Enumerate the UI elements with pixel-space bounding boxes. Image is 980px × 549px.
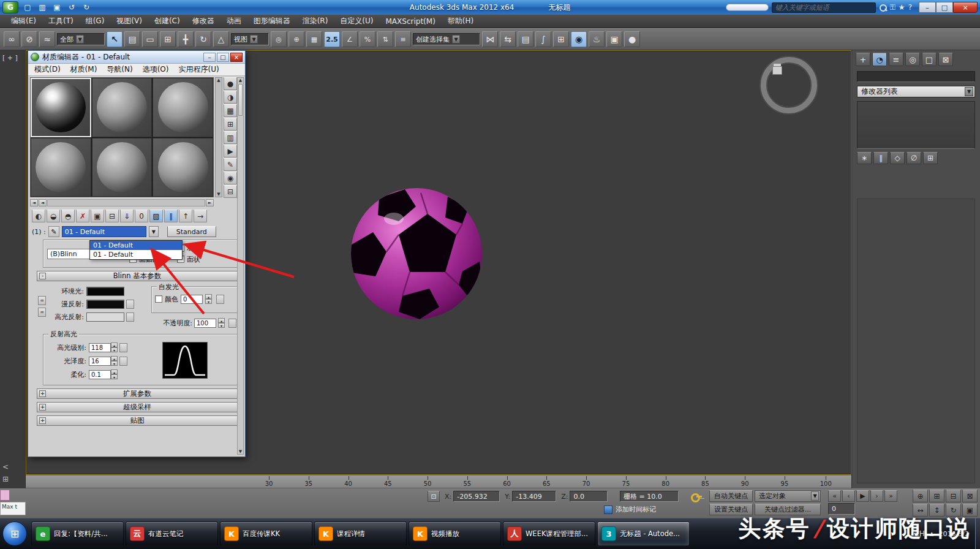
sample-vertical-scrollbar[interactable]: ▲ ▼ bbox=[215, 77, 222, 197]
selection-lock-toggle[interactable]: ⊡ bbox=[428, 491, 440, 502]
menu-item[interactable]: 自定义(U) bbox=[334, 15, 379, 28]
material-name-combo[interactable]: 01 - Default bbox=[62, 226, 146, 237]
open-file-icon[interactable]: ▥ bbox=[36, 2, 49, 13]
dropdown-option[interactable]: 01 - Default bbox=[90, 241, 182, 250]
material-editor-icon[interactable]: ◉ bbox=[571, 31, 587, 47]
specular-level-value[interactable]: 118 bbox=[89, 343, 111, 352]
spin-down-icon[interactable]: ▾ bbox=[111, 347, 118, 352]
menu-item[interactable]: MAXScript(M) bbox=[380, 16, 442, 27]
named-selection-sets-combo[interactable]: 创建选择集 ▼ bbox=[413, 33, 480, 45]
backlight-icon[interactable]: ◑ bbox=[224, 91, 237, 104]
application-menu-button[interactable]: G bbox=[2, 1, 18, 13]
configure-modifier-sets-icon[interactable]: ⊞ bbox=[923, 152, 938, 164]
tab-create[interactable]: + bbox=[856, 53, 870, 66]
spin-down-icon[interactable]: ▾ bbox=[205, 299, 212, 304]
options-icon[interactable]: ✎ bbox=[224, 158, 237, 171]
rollout-bar[interactable]: + 贴图 bbox=[37, 415, 238, 426]
self-illumination-value[interactable]: 0 bbox=[181, 295, 203, 304]
add-time-tag[interactable]: 添加时间标记 bbox=[604, 505, 656, 514]
rollout-bar[interactable]: + 超级采样 bbox=[37, 402, 238, 412]
playback-button[interactable]: « bbox=[828, 490, 841, 502]
self-illumination-map-button[interactable] bbox=[216, 295, 224, 304]
menu-item[interactable]: 帮助(H) bbox=[442, 15, 480, 28]
curve-editor-icon[interactable]: ∫ bbox=[535, 31, 551, 47]
specular-map-button[interactable] bbox=[126, 312, 134, 322]
keyboard-override-icon[interactable]: ▦ bbox=[306, 31, 322, 47]
select-and-scale-icon[interactable]: △ bbox=[213, 31, 229, 47]
go-to-sibling-icon[interactable]: → bbox=[194, 210, 207, 222]
taskbar-item[interactable]: 人 WEEK课程管理部... bbox=[503, 521, 595, 546]
window-crossing-icon[interactable]: ⊞ bbox=[160, 31, 176, 47]
dropdown-option[interactable]: 01 - Default bbox=[90, 250, 182, 259]
expand-icon[interactable]: + bbox=[39, 390, 46, 397]
set-keys-icon[interactable] bbox=[691, 491, 702, 501]
expand-icon[interactable]: + bbox=[39, 404, 46, 411]
show-map-in-viewport-icon[interactable]: ▨ bbox=[149, 210, 163, 222]
x-coordinate-field[interactable]: -205.932 bbox=[453, 491, 500, 502]
me-menu-item[interactable]: 材质(M) bbox=[66, 63, 102, 76]
minimize-button[interactable]: – bbox=[919, 2, 936, 13]
scroll-up-icon[interactable]: ▲ bbox=[239, 78, 242, 83]
select-and-move-icon[interactable]: ╋ bbox=[178, 31, 194, 47]
menu-item[interactable]: 组(G) bbox=[80, 15, 111, 28]
material-id-channel-icon[interactable]: 0 bbox=[135, 210, 148, 222]
communication-center-widget[interactable] bbox=[726, 4, 769, 11]
zoom-extents-all-icon[interactable]: ⊠ bbox=[962, 490, 978, 502]
show-end-result-icon[interactable]: ∥ bbox=[873, 152, 888, 164]
taskbar-item[interactable]: K 视频播放 bbox=[409, 521, 501, 546]
diffuse-color-swatch[interactable] bbox=[86, 300, 124, 309]
assign-material-to-selection-icon[interactable]: ◓ bbox=[61, 210, 75, 222]
make-material-copy-icon[interactable]: ▣ bbox=[91, 210, 104, 222]
reference-coordinate-combo[interactable]: 视图 ▼ bbox=[231, 33, 269, 45]
modifier-stack-list[interactable] bbox=[857, 101, 975, 149]
spin-down-icon[interactable]: ▾ bbox=[218, 323, 225, 328]
percent-snap-icon[interactable]: % bbox=[360, 31, 375, 47]
pin-stack-icon[interactable]: ∗ bbox=[857, 152, 872, 164]
pick-material-eyedropper-icon[interactable]: ✎ bbox=[48, 226, 59, 237]
favorites-star-icon[interactable]: ★ bbox=[899, 3, 905, 12]
scroll-up-icon[interactable]: ▲ bbox=[217, 78, 220, 83]
use-pivot-center-icon[interactable]: ◎ bbox=[271, 31, 287, 47]
sign-in-icon[interactable]: ⚿ bbox=[890, 3, 895, 12]
spin-up-icon[interactable]: ▴ bbox=[205, 294, 212, 299]
tab-motion[interactable]: ◎ bbox=[905, 53, 920, 66]
rollout-bar[interactable]: + 扩展参数 bbox=[37, 388, 238, 399]
undo-icon[interactable]: ↺ bbox=[65, 2, 78, 13]
playback-button[interactable]: › bbox=[870, 490, 883, 502]
taskbar-item[interactable]: 云 有道云笔记 bbox=[126, 521, 218, 546]
viewcube-ring[interactable] bbox=[761, 57, 817, 113]
maxscript-mini-listener[interactable]: Max t bbox=[0, 502, 26, 515]
sample-tiling-icon[interactable]: ⊞ bbox=[224, 118, 237, 131]
scroll-down-icon[interactable]: ▼ bbox=[217, 192, 220, 197]
maximize-button[interactable]: □ bbox=[936, 2, 953, 13]
maxscript-mini-listener-pink[interactable] bbox=[0, 490, 10, 501]
material-editor-titlebar[interactable]: 材质编辑器 - 01 - Default – □ × bbox=[28, 51, 245, 64]
glossiness-value[interactable]: 16 bbox=[89, 357, 111, 366]
blinn-basic-parameters-rollout[interactable]: - Blinn 基本参数 bbox=[37, 271, 238, 281]
taskbar-item[interactable]: K 课程详情 bbox=[314, 521, 407, 546]
taskbar-item[interactable]: 3 无标题 - Autode... bbox=[597, 521, 690, 546]
opacity-map-button[interactable] bbox=[228, 319, 236, 328]
redo-icon[interactable]: ↻ bbox=[80, 2, 93, 13]
me-menu-item[interactable]: 实用程序(U) bbox=[173, 63, 224, 76]
time-slider-track[interactable]: 3035404550556065707580859095100 bbox=[26, 475, 851, 488]
opacity-value[interactable]: 100 bbox=[194, 319, 216, 328]
me-maximize-button[interactable]: □ bbox=[217, 53, 229, 62]
reset-map-icon[interactable]: ✗ bbox=[76, 210, 89, 222]
menu-item[interactable]: 工具(T) bbox=[42, 15, 80, 28]
save-file-icon[interactable]: ▣ bbox=[50, 2, 64, 13]
spinner-snap-icon[interactable]: ⇅ bbox=[377, 31, 393, 47]
auto-key-button[interactable]: 自动关键点 bbox=[709, 490, 753, 502]
put-material-to-scene-icon[interactable]: ◒ bbox=[47, 210, 60, 222]
chevron-down-icon[interactable]: ▼ bbox=[811, 491, 819, 501]
me-menu-item[interactable]: 导航(N) bbox=[102, 63, 137, 76]
soften-value[interactable]: 0.1 bbox=[89, 370, 111, 379]
help-icon[interactable]: ? bbox=[908, 3, 912, 12]
select-and-link-icon[interactable]: ∞ bbox=[4, 31, 20, 47]
layout-grid-icon[interactable]: ⊞ bbox=[2, 475, 9, 483]
editor-vertical-scrollbar[interactable]: ▲ ▼ bbox=[237, 77, 244, 455]
taskbar-item[interactable]: e 回复:【资料/共... bbox=[31, 521, 124, 546]
lock-ambient-diffuse-icon[interactable]: ∞ bbox=[38, 296, 46, 305]
search-input[interactable] bbox=[772, 2, 876, 13]
chevron-down-icon[interactable]: ▼ bbox=[250, 35, 258, 44]
